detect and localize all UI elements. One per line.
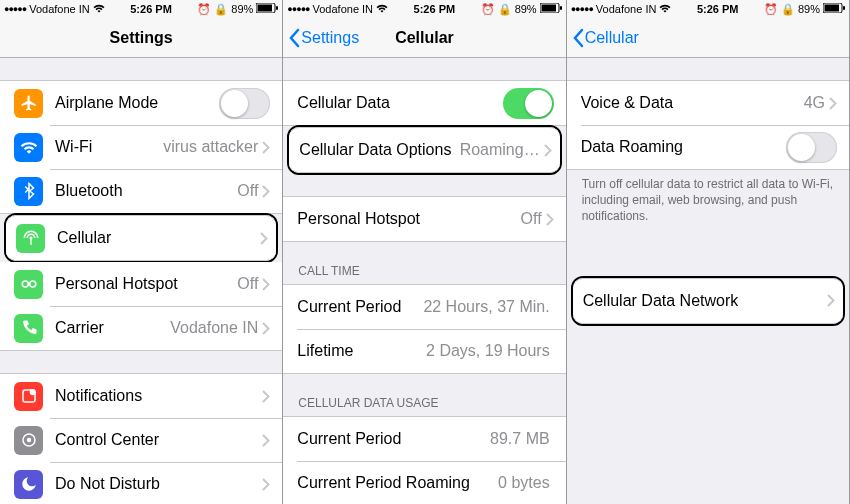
row-bluetooth[interactable]: Bluetooth Off <box>0 169 282 213</box>
row-label: Current Period <box>297 298 423 316</box>
chevron-right-icon <box>262 390 270 403</box>
row-voice-data[interactable]: Voice & Data 4G <box>567 81 849 125</box>
row-cellular-data[interactable]: Cellular Data <box>283 81 565 125</box>
row-carrier[interactable]: Carrier Vodafone IN <box>0 306 282 350</box>
row-cellular[interactable]: Cellular <box>6 216 276 260</box>
chevron-right-icon <box>546 213 554 226</box>
row-control-center[interactable]: Control Center <box>0 418 282 462</box>
row-personal-hotspot[interactable]: Personal Hotspot Off <box>283 197 565 241</box>
row-value: 4G <box>804 94 825 112</box>
status-bar: ●●●●● Vodafone IN 5:26 PM ⏰ 🔒 89% <box>0 0 282 18</box>
clock-label: 5:26 PM <box>388 3 481 15</box>
row-value: 2 Days, 19 Hours <box>426 342 550 360</box>
status-bar: ●●●●● Vodafone IN 5:26 PM ⏰ 🔒 89% <box>283 0 565 18</box>
chevron-right-icon <box>262 185 270 198</box>
row-label: Data Roaming <box>581 138 786 156</box>
row-value: 22 Hours, 37 Min. <box>423 298 549 316</box>
row-data-roaming[interactable]: Data Roaming <box>567 125 849 169</box>
row-label: Voice & Data <box>581 94 804 112</box>
row-value: Roaming… <box>460 141 540 159</box>
chevron-right-icon <box>262 322 270 335</box>
airplane-switch[interactable] <box>219 88 270 119</box>
svg-point-5 <box>29 281 35 287</box>
battery-label: 89% <box>798 3 820 15</box>
wifi-icon <box>376 3 388 15</box>
svg-point-7 <box>29 389 35 395</box>
back-label: Settings <box>301 29 359 47</box>
row-current-period-call: Current Period 22 Hours, 37 Min. <box>283 285 565 329</box>
carrier-label: Vodafone IN <box>313 3 374 15</box>
control-center-icon <box>14 426 43 455</box>
row-hotspot[interactable]: Personal Hotspot Off <box>0 262 282 306</box>
nav-bar: Settings Cellular <box>283 18 565 58</box>
alarm-icon: ⏰ <box>197 3 211 16</box>
row-airplane-mode[interactable]: Airplane Mode <box>0 81 282 125</box>
data-roaming-switch[interactable] <box>786 132 837 163</box>
svg-rect-13 <box>560 6 562 10</box>
row-cell-data-network[interactable]: Cellular Data Network <box>573 279 843 323</box>
row-label: Airplane Mode <box>55 94 219 112</box>
row-wifi[interactable]: Wi-Fi virus attacker <box>0 125 282 169</box>
chevron-right-icon <box>827 294 835 307</box>
row-value: 89.7 MB <box>490 430 550 448</box>
moon-icon <box>14 470 43 499</box>
cellular-data-switch[interactable] <box>503 88 554 119</box>
battery-label: 89% <box>231 3 253 15</box>
panel-cell-options: ●●●●● Vodafone IN 5:26 PM ⏰ 🔒 89% Cellul… <box>567 0 850 504</box>
svg-point-4 <box>22 281 28 287</box>
nav-bar: Cellular <box>567 18 849 58</box>
nav-bar: Settings <box>0 18 282 58</box>
back-button[interactable]: Settings <box>283 28 359 48</box>
row-lifetime-call: Lifetime 2 Days, 19 Hours <box>283 329 565 373</box>
group-header-usage: CELLULAR DATA USAGE <box>283 396 565 416</box>
row-current-period-data: Current Period 89.7 MB <box>283 417 565 461</box>
svg-rect-16 <box>843 6 845 10</box>
row-label: Lifetime <box>297 342 426 360</box>
row-value: virus attacker <box>163 138 258 156</box>
page-title: Settings <box>0 29 282 47</box>
back-button[interactable]: Cellular <box>567 28 639 48</box>
row-label: Do Not Disturb <box>55 475 262 493</box>
signal-dots-icon: ●●●●● <box>571 4 593 14</box>
row-label: Personal Hotspot <box>55 275 237 293</box>
row-label: Cellular Data <box>297 94 502 112</box>
row-label: Wi-Fi <box>55 138 163 156</box>
rotation-lock-icon: 🔒 <box>498 3 512 16</box>
row-value: Off <box>521 210 542 228</box>
rotation-lock-icon: 🔒 <box>781 3 795 16</box>
row-label: Carrier <box>55 319 170 337</box>
alarm-icon: ⏰ <box>481 3 495 16</box>
carrier-label: Vodafone IN <box>596 3 657 15</box>
battery-icon <box>540 3 562 15</box>
row-value: Off <box>237 182 258 200</box>
row-label: Current Period <box>297 430 490 448</box>
chevron-right-icon <box>262 278 270 291</box>
row-label: Control Center <box>55 431 262 449</box>
chevron-right-icon <box>262 478 270 491</box>
clock-label: 5:26 PM <box>671 3 764 15</box>
row-cell-data-options[interactable]: Cellular Data Options Roaming… <box>289 128 559 172</box>
row-label: Cellular <box>57 229 260 247</box>
battery-icon <box>823 3 845 15</box>
airplane-icon <box>14 89 43 118</box>
row-label: Personal Hotspot <box>297 210 520 228</box>
row-notifications[interactable]: Notifications <box>0 374 282 418</box>
row-value: 0 bytes <box>498 474 550 492</box>
group-header-calltime: CALL TIME <box>283 264 565 284</box>
highlight-cell-network: Cellular Data Network <box>571 276 845 326</box>
wifi-icon <box>14 133 43 162</box>
group-footer: Turn off cellular data to restrict all d… <box>567 170 849 225</box>
chevron-right-icon <box>829 97 837 110</box>
status-bar: ●●●●● Vodafone IN 5:26 PM ⏰ 🔒 89% <box>567 0 849 18</box>
svg-point-8 <box>26 438 31 443</box>
row-label: Cellular Data Options <box>299 141 459 159</box>
notifications-icon <box>14 382 43 411</box>
row-value: Off <box>237 275 258 293</box>
chevron-right-icon <box>544 144 552 157</box>
row-label: Cellular Data Network <box>583 292 827 310</box>
signal-dots-icon: ●●●●● <box>287 4 309 14</box>
chevron-right-icon <box>262 141 270 154</box>
svg-rect-15 <box>824 5 839 12</box>
row-current-period-roaming: Current Period Roaming 0 bytes <box>283 461 565 504</box>
row-dnd[interactable]: Do Not Disturb <box>0 462 282 504</box>
